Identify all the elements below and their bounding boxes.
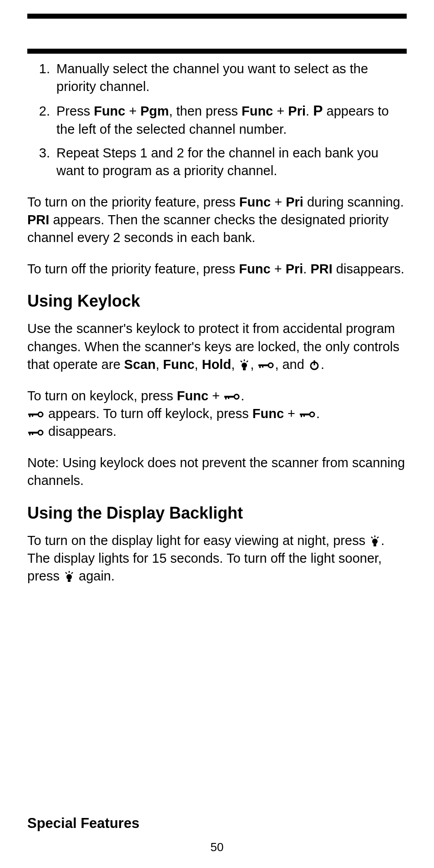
svg-point-23: [38, 430, 43, 435]
plus-text: +: [284, 406, 299, 421]
step-3: Repeat Steps 1 and 2 for the channel in …: [54, 144, 407, 180]
svg-line-28: [371, 537, 373, 538]
plus-text: +: [271, 262, 286, 276]
scan-key-label: Scan: [124, 357, 156, 372]
svg-line-2: [247, 361, 248, 362]
hold-key-label: Hold: [202, 357, 231, 372]
text-part: To turn on the display light for easy vi…: [27, 533, 369, 548]
comma-text: ,: [231, 357, 238, 372]
pri-key-label: Pri: [286, 262, 303, 276]
plus-text: +: [208, 389, 223, 403]
top-double-rule-1: [27, 14, 407, 19]
page-number: 50: [0, 840, 434, 854]
text-part: appears. To turn off keylock, press: [45, 406, 252, 421]
keylock-paragraph-2: To turn on keylock, press Func + . appea…: [27, 387, 407, 440]
func-key-label: Func: [163, 357, 194, 372]
text-part: To turn on keylock, press: [27, 389, 177, 403]
svg-point-11: [234, 394, 239, 399]
text-part: appears. Then the scanner checks the des…: [27, 212, 389, 245]
svg-point-15: [38, 412, 43, 417]
key-icon: [224, 393, 240, 401]
key-icon: [300, 410, 315, 419]
light-icon: [239, 359, 249, 371]
svg-rect-26: [32, 432, 33, 435]
svg-rect-14: [228, 396, 229, 399]
svg-line-29: [377, 537, 378, 538]
pri-indicator: PRI: [27, 212, 49, 227]
keylock-note: Note: Using keylock does not prevent the…: [27, 454, 407, 490]
key-icon: [28, 410, 44, 419]
step-text: Manually select the channel you want to …: [56, 61, 368, 94]
comma-text: ,: [195, 357, 202, 372]
svg-rect-17: [29, 414, 30, 417]
page: Manually select the channel you want to …: [0, 0, 434, 868]
priority-off-paragraph: To turn off the priority feature, press …: [27, 260, 407, 278]
svg-line-33: [66, 572, 67, 574]
dot-text: .: [321, 357, 324, 372]
svg-rect-22: [303, 414, 305, 417]
svg-point-19: [310, 412, 314, 417]
pri-indicator: PRI: [310, 262, 332, 276]
priority-steps-list: Manually select the channel you want to …: [27, 60, 407, 180]
keylock-paragraph-1: Use the scanner's keylock to protect it …: [27, 320, 407, 373]
p-indicator: P: [313, 102, 323, 119]
step-text: Repeat Steps 1 and 2 for the channel in …: [56, 146, 378, 178]
text-part: disappears.: [45, 424, 116, 439]
power-icon: [309, 360, 320, 371]
svg-rect-18: [32, 414, 33, 417]
text-part: To turn off the priority feature, press: [27, 262, 239, 276]
comma-text: ,: [156, 357, 163, 372]
top-double-rule-2: [27, 49, 407, 54]
step-1: Manually select the channel you want to …: [54, 60, 407, 96]
svg-rect-21: [301, 414, 302, 417]
backlight-paragraph: To turn on the display light for easy vi…: [27, 532, 407, 585]
pgm-key-label: Pgm: [141, 104, 169, 118]
step-text-part: Press: [56, 104, 94, 118]
text-part: To turn on the priority feature, press: [27, 195, 239, 209]
svg-point-30: [372, 539, 378, 544]
dot-text: .: [241, 389, 244, 403]
func-key-label: Func: [252, 406, 284, 421]
dot-text: .: [306, 104, 313, 118]
svg-rect-13: [225, 396, 227, 399]
text-part: disappears.: [333, 262, 404, 276]
svg-point-5: [268, 363, 273, 368]
footer-section-title: Special Features: [27, 815, 139, 832]
svg-rect-31: [373, 544, 376, 546]
step-text-part: , then press: [169, 104, 242, 118]
key-icon: [258, 361, 274, 369]
svg-point-3: [242, 363, 247, 368]
plus-text: +: [271, 195, 286, 209]
dot-text: .: [303, 262, 310, 276]
comma-and-text: , and: [275, 357, 308, 372]
func-key-label: Func: [177, 389, 208, 403]
svg-rect-7: [259, 364, 261, 368]
pri-key-label: Pri: [288, 104, 306, 118]
func-key-label: Func: [242, 104, 273, 118]
plus-text: +: [273, 104, 288, 118]
dot-text: .: [316, 406, 320, 421]
key-icon: [28, 429, 44, 437]
func-key-label: Func: [239, 262, 270, 276]
svg-point-35: [66, 574, 72, 580]
svg-rect-8: [262, 364, 263, 368]
svg-rect-4: [243, 368, 246, 370]
svg-rect-10: [313, 360, 315, 365]
light-icon: [370, 535, 380, 547]
step-2: Press Func + Pgm, then press Func + Pri.…: [54, 101, 407, 138]
comma-text: ,: [250, 357, 257, 372]
svg-rect-36: [68, 580, 71, 582]
priority-on-paragraph: To turn on the priority feature, press F…: [27, 193, 407, 247]
text-part: during scanning.: [303, 195, 404, 209]
pri-key-label: Pri: [286, 195, 303, 209]
backlight-heading: Using the Display Backlight: [27, 504, 407, 523]
func-key-label: Func: [94, 104, 125, 118]
svg-line-34: [71, 572, 73, 574]
light-icon: [64, 571, 74, 583]
svg-line-1: [241, 361, 242, 362]
svg-rect-25: [29, 432, 30, 435]
func-key-label: Func: [239, 195, 271, 209]
plus-text: +: [125, 104, 140, 118]
text-part: again.: [75, 569, 115, 583]
keylock-heading: Using Keylock: [27, 292, 407, 311]
